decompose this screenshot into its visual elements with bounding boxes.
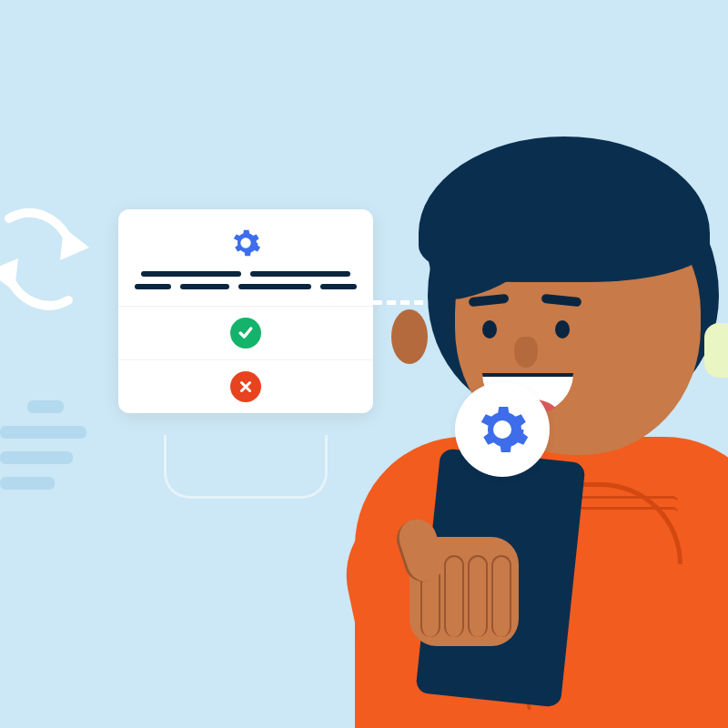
gear-badge [455, 382, 550, 477]
cross-icon [230, 371, 261, 402]
svg-marker-0 [60, 228, 89, 260]
earbud-icon [704, 323, 728, 378]
check-icon [230, 318, 261, 349]
card-text-placeholder [136, 271, 355, 289]
settings-card [118, 209, 373, 413]
status-error-row [136, 360, 355, 413]
gear-icon [136, 228, 355, 258]
illustration-scene [0, 0, 728, 728]
gear-icon [475, 402, 530, 457]
card-stand [164, 435, 328, 499]
refresh-icon [0, 182, 91, 346]
status-ok-row [136, 307, 355, 359]
decorative-bars [0, 400, 86, 502]
